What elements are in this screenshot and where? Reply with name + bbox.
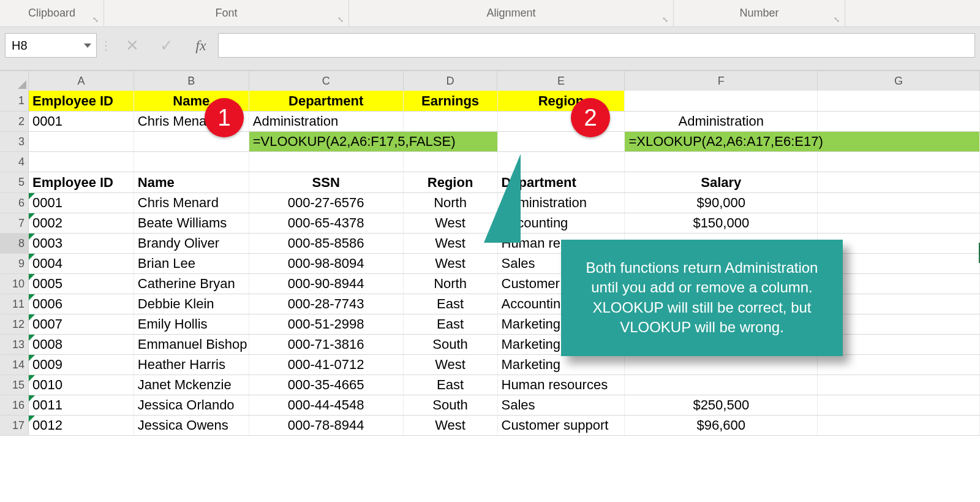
cancel-icon[interactable]: ✕ (115, 33, 149, 58)
cell-F17[interactable]: $96,600 (625, 416, 818, 435)
col-header-D[interactable]: D (404, 71, 498, 91)
cell-E14[interactable]: Marketing (498, 355, 625, 375)
cell-C8[interactable]: 000-85-8586 (249, 234, 404, 253)
cell-C17[interactable]: 000-78-8944 (249, 416, 404, 435)
row-header[interactable]: 1 (0, 91, 29, 111)
cell-A3[interactable] (29, 132, 134, 151)
cell-B4[interactable] (134, 152, 249, 172)
row-header[interactable]: 3 (0, 132, 29, 151)
cell-F5[interactable]: Salary (625, 172, 818, 192)
ribbon-group-clipboard[interactable]: Clipboard ⤡ (0, 0, 104, 26)
cell-E17[interactable]: Customer support (498, 416, 625, 435)
cell-B7[interactable]: Beate Williams (134, 213, 249, 233)
cell-A7[interactable]: 0002 (29, 213, 134, 233)
dialog-launcher-icon[interactable]: ⤡ (91, 15, 100, 24)
cell-B12[interactable]: Emily Hollis (134, 314, 249, 334)
cell-B6[interactable]: Chris Menard (134, 193, 249, 213)
row-header[interactable]: 12 (0, 314, 29, 334)
cell-G14[interactable] (818, 355, 980, 375)
cell-D1[interactable]: Earnings (404, 91, 498, 111)
cell-A5[interactable]: Employee ID (29, 172, 134, 192)
cell-D12[interactable]: East (404, 314, 498, 334)
dialog-launcher-icon[interactable]: ⤡ (661, 15, 669, 24)
cell-A17[interactable]: 0012 (29, 416, 134, 435)
ribbon-group-alignment[interactable]: Alignment ⤡ (349, 0, 674, 26)
cell-C6[interactable]: 000-27-6576 (249, 193, 404, 213)
cell-C2[interactable]: Administration (249, 112, 404, 131)
row-header[interactable]: 16 (0, 395, 29, 415)
cell-A6[interactable]: 0001 (29, 193, 134, 213)
cell-C12[interactable]: 000-51-2998 (249, 314, 404, 334)
cell-A15[interactable]: 0010 (29, 375, 134, 395)
cell-G7[interactable] (818, 213, 980, 233)
cell-B5[interactable]: Name (134, 172, 249, 192)
cell-G1[interactable] (818, 91, 980, 111)
cell-C13[interactable]: 000-71-3816 (249, 335, 404, 354)
cell-C4[interactable] (249, 152, 404, 172)
name-box[interactable]: H8 (5, 33, 97, 58)
cell-A10[interactable]: 0005 (29, 274, 134, 294)
row-header[interactable]: 8 (0, 234, 29, 253)
cell-F14[interactable] (625, 355, 818, 375)
cell-B10[interactable]: Catherine Bryan (134, 274, 249, 294)
cell-F1[interactable] (625, 91, 818, 111)
cell-B15[interactable]: Janet Mckenzie (134, 375, 249, 395)
cell-A9[interactable]: 0004 (29, 254, 134, 273)
cell-B13[interactable]: Emmanuel Bishop (134, 335, 249, 354)
col-header-C[interactable]: C (249, 71, 404, 91)
ribbon-group-number[interactable]: Number ⤡ (674, 0, 845, 26)
cell-E3[interactable] (498, 132, 625, 151)
cell-F15[interactable] (625, 375, 818, 395)
cell-D10[interactable]: North (404, 274, 498, 294)
cell-A12[interactable]: 0007 (29, 314, 134, 334)
cell-B8[interactable]: Brandy Oliver (134, 234, 249, 253)
cell-G6[interactable] (818, 193, 980, 213)
accept-icon[interactable]: ✓ (149, 33, 184, 58)
row-header[interactable]: 2 (0, 112, 29, 131)
dialog-launcher-icon[interactable]: ⤡ (336, 15, 345, 24)
cell-F3[interactable]: =XLOOKUP(A2,A6:A17,E6:E17) (625, 132, 980, 151)
cell-D16[interactable]: South (404, 395, 498, 415)
cell-E15[interactable]: Human resources (498, 375, 625, 395)
cell-C11[interactable]: 000-28-7743 (249, 294, 404, 314)
cell-C1[interactable]: Department (249, 91, 404, 111)
cell-G4[interactable] (818, 152, 980, 172)
cell-F4[interactable] (625, 152, 818, 172)
select-all-button[interactable] (0, 71, 29, 91)
row-header[interactable]: 5 (0, 172, 29, 192)
col-header-B[interactable]: B (134, 71, 249, 91)
cell-C5[interactable]: SSN (249, 172, 404, 192)
cell-A2[interactable]: 0001 (29, 112, 134, 131)
cell-D9[interactable]: West (404, 254, 498, 273)
cell-F7[interactable]: $150,000 (625, 213, 818, 233)
cell-D13[interactable]: South (404, 335, 498, 354)
row-header[interactable]: 15 (0, 375, 29, 395)
cell-G17[interactable] (818, 416, 980, 435)
cell-D14[interactable]: West (404, 355, 498, 375)
cell-B9[interactable]: Brian Lee (134, 254, 249, 273)
cell-D11[interactable]: East (404, 294, 498, 314)
cell-G15[interactable] (818, 375, 980, 395)
cell-A1[interactable]: Employee ID (29, 91, 134, 111)
fx-icon[interactable]: fx (184, 33, 218, 58)
cell-G16[interactable] (818, 395, 980, 415)
cell-A11[interactable]: 0006 (29, 294, 134, 314)
cell-B14[interactable]: Heather Harris (134, 355, 249, 375)
cell-C14[interactable]: 000-41-0712 (249, 355, 404, 375)
row-header[interactable]: 10 (0, 274, 29, 294)
ribbon-group-font[interactable]: Font ⤡ (104, 0, 349, 26)
cell-F6[interactable]: $90,000 (625, 193, 818, 213)
col-header-G[interactable]: G (818, 71, 980, 91)
row-header[interactable]: 13 (0, 335, 29, 354)
cell-A8[interactable]: 0003 (29, 234, 134, 253)
cell-D15[interactable]: East (404, 375, 498, 395)
cell-C10[interactable]: 000-90-8944 (249, 274, 404, 294)
cell-A13[interactable]: 0008 (29, 335, 134, 354)
cell-C16[interactable]: 000-44-4548 (249, 395, 404, 415)
cell-A16[interactable]: 0011 (29, 395, 134, 415)
row-header[interactable]: 6 (0, 193, 29, 213)
row-header[interactable]: 9 (0, 254, 29, 273)
cell-D2[interactable] (404, 112, 498, 131)
cell-A4[interactable] (29, 152, 134, 172)
dialog-launcher-icon[interactable]: ⤡ (832, 15, 841, 24)
